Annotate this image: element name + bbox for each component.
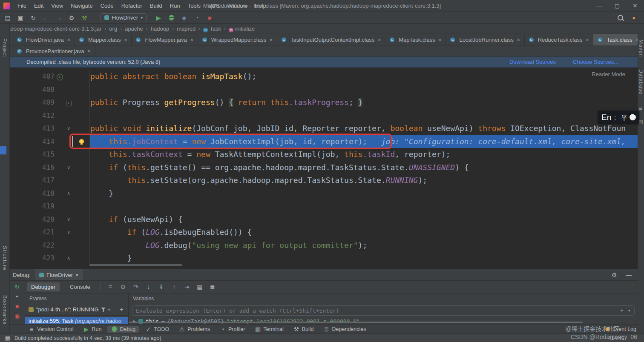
open-folder-icon[interactable]: ▤ (4, 15, 11, 21)
profiler-icon[interactable]: ◔ (193, 15, 200, 21)
tool-button-terminal[interactable]: ▥Terminal (251, 326, 287, 333)
line-number[interactable]: 419 (9, 200, 55, 213)
step-over-icon[interactable]: ↷ (132, 284, 139, 290)
editor-tab-flowmapper-java[interactable]: CFlowMapper.java× (132, 34, 198, 46)
editor-tab-flowdriver-java[interactable]: CFlowDriver.java× (13, 34, 75, 46)
minimize-button[interactable]: — (590, 3, 608, 9)
fold-expand-icon[interactable]: + (66, 101, 72, 106)
editor-tab-maptask-class[interactable]: CMapTask.class× (385, 34, 446, 46)
editor-tab-mapper-class[interactable]: CMapper.class× (75, 34, 132, 46)
menu-item-navigate[interactable]: Navigate (67, 3, 96, 9)
menu-item-build[interactable]: Build (146, 3, 166, 9)
tool-stripe-project[interactable]: Project (2, 38, 8, 57)
breadcrumb-item-mapred[interactable]: mapred (176, 26, 196, 32)
breadcrumb-item-apache[interactable]: apache (124, 26, 144, 32)
line-number[interactable]: 415 (9, 148, 55, 161)
tool-stripe-database[interactable]: Database (638, 69, 644, 94)
close-tab-icon[interactable]: × (124, 37, 127, 43)
chevron-down-icon[interactable]: ▾ (108, 307, 110, 312)
editor-tab-taskinputoutputcontextimpl-class[interactable]: CTaskInputOutputContextImpl.class× (277, 34, 385, 46)
step-out-icon[interactable]: ↑ (171, 284, 178, 290)
settings-menu-icon[interactable]: ≡ (107, 284, 114, 290)
override-method-icon[interactable]: ↓ (57, 74, 63, 80)
fold-down-icon[interactable]: ∨ (64, 161, 73, 174)
tool-stripe-bookmarks[interactable]: Bookmarks (2, 295, 8, 325)
close-icon[interactable]: × (75, 272, 79, 278)
menu-item-code[interactable]: Code (97, 3, 118, 9)
editor-tab-provincepartitioner-java[interactable]: CProvincePartitioner.java× (13, 46, 95, 56)
line-number[interactable]: 422 (9, 239, 55, 252)
code-editor[interactable]: 407↓public abstract boolean isMapTask();… (9, 68, 638, 269)
updates-icon[interactable]: ● (630, 15, 637, 20)
tool-button-profiler[interactable]: ◔Profiler (216, 326, 249, 333)
line-number[interactable]: 412 (9, 109, 55, 123)
tool-stripe-maven[interactable]: Maven (638, 40, 644, 57)
gear-icon[interactable]: ⚙ (611, 272, 618, 278)
stack-frame-item[interactable]: initialize:595, Task (org.apache.hadoo (25, 317, 128, 324)
line-number[interactable]: 423 (9, 252, 55, 265)
editor-tab-localjobrunner-class[interactable]: CLocalJobRunner.class× (446, 34, 524, 46)
fold-plus-icon[interactable]: + (64, 96, 73, 109)
close-tab-icon[interactable]: × (378, 37, 381, 43)
fold-down-icon[interactable]: ∨ (64, 226, 73, 239)
line-number[interactable]: 408 (9, 83, 55, 97)
breadcrumb-item-initialize[interactable]: minitialize (228, 26, 256, 32)
back-icon[interactable]: ← (43, 15, 49, 21)
menu-item-tools[interactable]: Tools (184, 3, 204, 9)
close-tab-icon[interactable]: × (67, 37, 70, 43)
menu-item-file[interactable]: File (14, 3, 30, 9)
build-icon[interactable]: ⚒ (81, 15, 88, 21)
line-number[interactable]: 417 (9, 174, 55, 187)
step-into-icon[interactable]: ↓ (145, 284, 152, 290)
close-tab-icon[interactable]: × (438, 37, 441, 43)
status-grid-icon[interactable]: ▦ (4, 335, 11, 341)
maximize-button[interactable]: ▢ (608, 3, 626, 9)
view-as-table-icon[interactable]: ▦ (196, 284, 203, 290)
resume-icon[interactable]: • (14, 294, 20, 299)
choose-sources-link[interactable]: Choose Sources... (573, 59, 618, 65)
menu-item-view[interactable]: View (47, 3, 67, 9)
line-number[interactable]: 414 (9, 135, 55, 148)
tool-button-problems[interactable]: ⚠Problems (175, 326, 213, 333)
override-method-icon[interactable]: ↓ (55, 70, 64, 83)
fold-down-icon[interactable]: ∨ (64, 213, 73, 226)
add-watch-icon[interactable]: + (621, 308, 624, 314)
breadcrumb-item-org[interactable]: org (108, 26, 118, 32)
breadcrumb-item-task[interactable]: CTask (202, 26, 222, 32)
debug-session-tab[interactable]: FlowDriver × (35, 269, 83, 280)
tool-button-run[interactable]: ▶Run (79, 326, 105, 333)
search-icon[interactable] (617, 15, 624, 20)
chevron-down-icon[interactable]: ▾ (628, 308, 631, 314)
stop-icon[interactable]: ■ (14, 303, 20, 309)
debug-icon[interactable] (168, 15, 175, 20)
editor-tab-wrappedmapper-class[interactable]: CWrappedMapper.class× (198, 34, 277, 46)
line-number[interactable]: 413 (9, 122, 55, 135)
close-tab-icon[interactable]: × (190, 37, 193, 43)
editor-tab-task-class[interactable]: CTask.class× (593, 34, 643, 46)
download-sources-link[interactable]: Download Sources (509, 59, 556, 65)
coverage-icon[interactable]: ◈ (181, 15, 187, 21)
editor-tab-reducetask-class[interactable]: CReduceTask.class× (525, 34, 594, 46)
close-tab-icon[interactable]: × (88, 48, 91, 54)
close-tab-icon[interactable]: × (517, 37, 520, 43)
run-to-cursor-icon[interactable]: ⇥ (184, 284, 190, 290)
fold-up-icon[interactable]: ∧ (64, 187, 73, 200)
tool-button-dependencies[interactable]: ≣Dependencies (320, 326, 370, 333)
view-tab-console[interactable]: Console (66, 282, 95, 291)
close-button[interactable]: ✕ (626, 3, 644, 9)
run-config-selector[interactable]: FlowDriver ▾ (101, 13, 147, 22)
threads-view-icon[interactable]: ≣ (209, 284, 216, 290)
settings-icon[interactable]: ⚙ (68, 15, 75, 21)
fold-down-icon[interactable]: ∨ (64, 122, 73, 135)
view-breakpoints-icon[interactable]: ◉ (14, 313, 20, 319)
layers-icon[interactable]: ≣ (638, 105, 642, 111)
save-all-icon[interactable]: ▣ (17, 15, 24, 21)
variables-horizontal-scrollbar[interactable] (129, 322, 583, 323)
close-tab-icon[interactable]: × (586, 37, 589, 43)
stop-icon[interactable]: ■ (206, 15, 213, 21)
forward-icon[interactable]: → (55, 15, 62, 21)
close-tab-icon[interactable]: × (270, 37, 273, 43)
force-step-into-icon[interactable]: ⇓ (158, 284, 165, 290)
evaluate-expression-input[interactable]: Evaluate expression (Enter) or add a wat… (132, 305, 635, 316)
breadcrumb-item-hadoop-mapreduce-client-core-3-1-3-jar[interactable]: hadoop-mapreduce-client-core-3.1.3.jar (3, 26, 102, 32)
